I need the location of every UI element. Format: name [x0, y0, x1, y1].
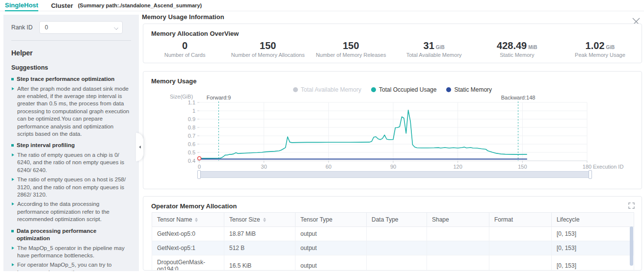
triangle-bullet-icon [12, 263, 14, 266]
memory-usage-card-title: Memory Usage [143, 72, 642, 85]
table-cell: GetNext-op5:0 [152, 227, 224, 241]
table-cell: GetNext-op5:1 [152, 241, 224, 255]
memory-allocation-overview-card: Memory Allocation OverView 0Number of Ca… [143, 24, 642, 63]
column-header-tensor-type: Tensor Type [295, 213, 367, 227]
chart-legend: Total Available MemoryTotal Occupied Usa… [143, 86, 642, 93]
overview-stat: 150Number of Memory Releases [309, 40, 392, 58]
svg-text:1.1: 1.1 [188, 100, 195, 105]
svg-text:90: 90 [390, 164, 396, 170]
legend-dot-icon [293, 87, 298, 92]
table-cell: [0, 153] [552, 241, 634, 255]
legend-dot-icon [371, 87, 376, 92]
suggestion-item: After the praph mode and dataset sink mo… [11, 85, 131, 138]
stat-unit: MiB [528, 45, 537, 50]
column-header-format: Format [489, 213, 552, 227]
tab-single-host[interactable]: SingleHost [5, 0, 38, 11]
sort-carets-icon[interactable] [263, 218, 266, 222]
table-cell: 16.5 KiB [224, 255, 295, 271]
operator-memory-table: Tensor NameTensor SizeTensor TypeData Ty… [152, 212, 634, 271]
legend-dot-icon [446, 87, 451, 92]
table-cell [367, 255, 427, 271]
triangle-bullet-icon [12, 87, 14, 90]
svg-text:150: 150 [518, 164, 527, 170]
stat-label: Number of Cards [143, 52, 226, 58]
fullscreen-icon[interactable] [628, 202, 635, 209]
table-row[interactable]: GetNext-op5:1512 Boutput[0, 153] [152, 241, 634, 255]
stat-label: Static Memory [476, 52, 559, 58]
svg-text:Backward:148: Backward:148 [501, 95, 536, 100]
suggestion-item: According to the data processing perform… [11, 200, 131, 223]
overview-stat: 1.02GiBPeak Memory Usage [559, 40, 642, 58]
svg-text:0.9: 0.9 [188, 116, 195, 122]
chevron-down-icon [114, 25, 118, 30]
rank-id-label: Rank ID [11, 24, 32, 31]
square-bullet-icon [11, 230, 14, 232]
column-header-tensor-name[interactable]: Tensor Name [152, 213, 224, 227]
table-cell: output [295, 241, 367, 255]
stat-value: 428.49 [497, 40, 527, 51]
svg-text:30: 30 [261, 164, 267, 170]
overview-stats: 0Number of Cards150Number of Memory Allo… [143, 40, 642, 58]
svg-text:0.6: 0.6 [188, 141, 195, 147]
svg-text:0.5: 0.5 [188, 150, 195, 155]
legend-item[interactable]: Total Occupied Usage [371, 86, 436, 93]
stat-unit: GiB [606, 45, 615, 50]
square-bullet-icon [11, 144, 14, 147]
chart-zoom-slider[interactable] [198, 171, 591, 178]
sort-carets-icon[interactable] [195, 218, 198, 222]
legend-item[interactable]: Total Available Memory [293, 86, 361, 93]
memory-usage-chart: 0.40.50.60.70.80.911.10306090120150180Si… [143, 94, 643, 172]
svg-text:180: 180 [583, 164, 591, 170]
svg-text:0.7: 0.7 [188, 133, 195, 139]
suggestion-item: The MapOp_5 operator in the pipeline may… [11, 245, 131, 260]
svg-text:120: 120 [453, 164, 462, 170]
suggestion-item: The ratio of empty queues on a chip is 0… [11, 151, 131, 174]
table-cell: DropoutGenMask-op194:0 [152, 255, 224, 271]
suggestion-section-title: Step interval profiling [11, 142, 131, 150]
panel-title: Memory Usage Information [142, 13, 224, 21]
table-cell [367, 227, 427, 241]
table-cell: 18.87 MiB [224, 227, 295, 241]
table-scrollbar[interactable] [630, 226, 633, 266]
table-cell [427, 241, 489, 255]
column-header-shape: Shape [427, 213, 489, 227]
memory-usage-card: Memory Usage Total Available MemoryTotal… [143, 71, 642, 189]
sidebar-collapse-handle[interactable] [136, 133, 143, 161]
stat-unit: GiB [436, 45, 445, 50]
triangle-bullet-icon [12, 202, 14, 205]
triangle-bullet-icon [12, 153, 14, 156]
table-row[interactable]: DropoutGenMask-op194:016.5 KiBoutput[0, … [152, 255, 634, 271]
stat-value: 1.02 [586, 40, 605, 51]
tab-cluster[interactable]: Cluster [51, 2, 73, 9]
table-cell [427, 255, 489, 271]
stat-value: 31 [424, 40, 434, 51]
suggestion-item: The ratio of empty queues on a host is 2… [11, 176, 131, 199]
rank-id-value: 0 [45, 24, 48, 31]
rank-id-select[interactable]: 0 [39, 21, 123, 34]
suggestions-title: Suggestions [11, 64, 131, 71]
table-cell: output [295, 255, 367, 271]
table-cell: [0, 153] [552, 227, 634, 241]
slider-left-handle[interactable] [197, 170, 201, 179]
table-row[interactable]: GetNext-op5:018.87 MiBoutput[0, 153] [152, 227, 634, 241]
stat-label: Total Available Memory [393, 52, 476, 58]
overview-stat: 428.49MiBStatic Memory [476, 40, 559, 58]
column-header-lifecycle: Lifecycle [552, 213, 634, 227]
stat-label: Number of Memory Allocations [226, 52, 309, 58]
table-cell [367, 241, 427, 255]
column-header-tensor-size[interactable]: Tensor Size [224, 213, 295, 227]
operator-table-title: Operator Memory Allocation [143, 197, 642, 210]
helper-title: Helper [11, 49, 131, 57]
triangle-bullet-icon [12, 178, 14, 181]
suggestion-section-title: Step trace performance optimization [11, 75, 131, 83]
svg-text:60: 60 [325, 164, 331, 170]
slider-right-handle[interactable] [589, 170, 592, 179]
table-header-row: Tensor NameTensor SizeTensor TypeData Ty… [152, 213, 634, 227]
overview-card-title: Memory Allocation OverView [143, 24, 642, 37]
svg-text:Forward:9: Forward:9 [207, 95, 231, 100]
collapse-left-arrow-icon [139, 146, 141, 149]
svg-text:Execution ID: Execution ID [593, 164, 623, 170]
legend-item[interactable]: Static Memory [446, 86, 492, 93]
memory-usage-panel: Memory Usage Information Memory Allocati… [140, 11, 644, 275]
table-body: GetNext-op5:018.87 MiBoutput[0, 153]GetN… [152, 227, 634, 271]
